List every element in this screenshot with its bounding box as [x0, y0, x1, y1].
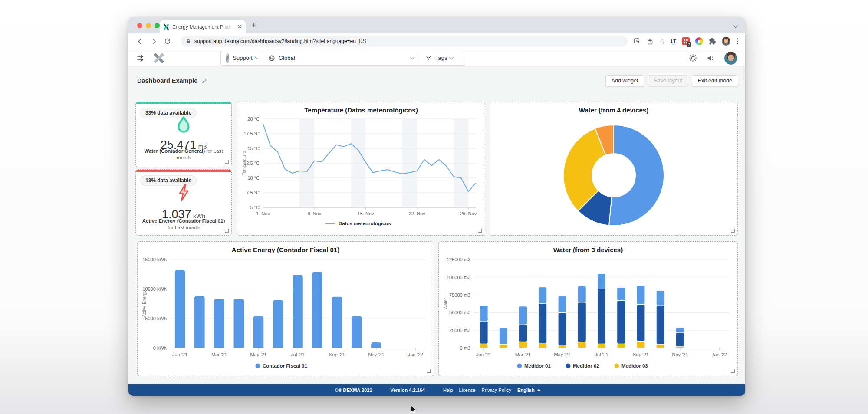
- active-energy-bar-chart[interactable]: 0 kWh5000 kWh10000 kWh15000 kWhJan '21Ma…: [140, 254, 431, 372]
- extensions-puzzle-icon[interactable]: [709, 38, 716, 45]
- funnel-icon: [425, 55, 432, 61]
- svg-text:25000 m3: 25000 m3: [449, 328, 470, 333]
- dexma-logo: [153, 53, 165, 63]
- svg-text:Jan '21: Jan '21: [476, 352, 491, 357]
- add-widget-button[interactable]: Add widget: [605, 75, 644, 87]
- url-text: support.app.dexma.com/dashboardsv2/landi…: [194, 38, 366, 44]
- chevron-down-icon: [450, 55, 454, 59]
- close-window-button[interactable]: [137, 23, 142, 28]
- svg-text:Mar '21: Mar '21: [515, 352, 531, 357]
- resize-handle[interactable]: [225, 229, 229, 233]
- footer-version: Version 4.2.164: [390, 388, 425, 393]
- new-tab-button[interactable]: +: [252, 21, 256, 30]
- svg-text:Water: Water: [443, 298, 448, 309]
- svg-text:15. Nov: 15. Nov: [358, 211, 374, 216]
- footer-link-privacy[interactable]: Privacy Policy: [481, 388, 511, 393]
- footer-copyright: ©® DEXMA 2021: [335, 388, 372, 393]
- temperature-line-chart[interactable]: 5 °C7.5 °C10 °C12.5 °C15 °C17.5 °C20 °C1…: [240, 115, 483, 230]
- save-layout-button[interactable]: Save layout: [648, 75, 688, 87]
- resize-handle[interactable]: [478, 229, 482, 233]
- browser-tab[interactable]: Energy Management Platform ✕: [160, 20, 246, 33]
- svg-text:0 kWh: 0 kWh: [153, 345, 167, 351]
- widget-active-energy-chart[interactable]: Active Energy (Contador Fiscal 01) 0 kWh…: [137, 241, 434, 376]
- context-selector: Support Global Tags: [220, 51, 465, 66]
- water-stacked-bar-chart[interactable]: 0 m325000 m350000 m375000 m3100000 m3125…: [441, 254, 735, 372]
- svg-text:5 °C: 5 °C: [250, 205, 260, 210]
- languagetool-extension-icon[interactable]: LT: [671, 39, 676, 44]
- resize-handle[interactable]: [225, 160, 229, 164]
- toolbar-icons: A ☆ LT 7: [634, 37, 739, 46]
- accent-bar: [136, 170, 231, 172]
- resize-handle[interactable]: [731, 369, 735, 373]
- svg-text:15 °C: 15 °C: [247, 146, 260, 151]
- site-selector[interactable]: Global: [263, 51, 420, 65]
- svg-text:22. Nov: 22. Nov: [409, 211, 425, 216]
- settings-gear-icon[interactable]: [688, 53, 697, 62]
- svg-text:Sep '21: Sep '21: [633, 352, 649, 357]
- water-donut-chart[interactable]: [492, 115, 735, 233]
- globe-icon: [268, 55, 275, 62]
- water-drop-icon: [136, 116, 231, 134]
- footer-link-help[interactable]: Help: [443, 388, 453, 393]
- svg-text:Nov '21: Nov '21: [368, 352, 384, 357]
- color-picker-extension-icon[interactable]: [695, 37, 703, 45]
- translate-icon[interactable]: A: [634, 38, 641, 45]
- browser-menu-icon[interactable]: [736, 37, 739, 45]
- org-selector[interactable]: Support: [221, 51, 263, 65]
- announcements-megaphone-icon[interactable]: [706, 54, 716, 62]
- address-bar[interactable]: support.app.dexma.com/dashboardsv2/landi…: [181, 36, 628, 47]
- exit-edit-mode-button[interactable]: Exit edit mode: [692, 75, 738, 87]
- tab-search-chevron-icon[interactable]: [733, 23, 738, 28]
- resize-handle[interactable]: [427, 369, 431, 373]
- svg-text:0 m3: 0 m3: [460, 345, 470, 351]
- red-grid-extension-icon[interactable]: 7: [682, 37, 690, 45]
- svg-text:1. Nov: 1. Nov: [256, 211, 270, 216]
- user-avatar[interactable]: [724, 52, 737, 65]
- svg-text:Mar '21: Mar '21: [211, 352, 227, 357]
- svg-text:8. Nov: 8. Nov: [307, 211, 321, 216]
- kpi-period: Last month: [175, 225, 200, 230]
- svg-text:50000 m3: 50000 m3: [449, 310, 470, 315]
- tab-title: Energy Management Platform: [172, 24, 232, 30]
- bookmark-star-icon[interactable]: ☆: [659, 38, 665, 45]
- reload-button[interactable]: [162, 36, 173, 46]
- kpi-label: Water (Contador General): [144, 148, 205, 154]
- chart-title: Active Energy (Contador Fiscal 01): [138, 246, 434, 253]
- language-selector[interactable]: English: [517, 388, 539, 393]
- widget-temperature-chart[interactable]: Temperature (Datos meteorológicos) 5 °C7…: [237, 102, 485, 236]
- language-label: English: [517, 388, 535, 393]
- footer-link-license[interactable]: License: [459, 388, 476, 393]
- edit-pencil-icon[interactable]: [201, 78, 208, 84]
- sidebar-expand-icon[interactable]: [136, 53, 146, 63]
- kpi-for: for: [206, 148, 212, 154]
- svg-text:17.5 °C: 17.5 °C: [243, 131, 260, 136]
- svg-text:125000 m3: 125000 m3: [447, 257, 470, 262]
- svg-text:Nov '21: Nov '21: [672, 352, 688, 357]
- svg-text:Datos meteorológicos: Datos meteorológicos: [339, 221, 391, 226]
- maximize-window-button[interactable]: [155, 23, 160, 28]
- share-icon[interactable]: [647, 38, 654, 45]
- svg-text:100000 m3: 100000 m3: [447, 275, 470, 280]
- window-controls[interactable]: [137, 23, 160, 28]
- page-title: Dashboard Example: [137, 77, 197, 84]
- back-button[interactable]: [135, 36, 145, 46]
- header-actions: [688, 52, 737, 65]
- browser-profile-avatar[interactable]: [722, 37, 730, 46]
- widget-water-stacked-chart[interactable]: Water (from 3 devices) 0 m325000 m350000…: [438, 241, 738, 376]
- minimize-window-button[interactable]: [146, 23, 151, 28]
- kpi-caption: Water (Contador General) for Last month: [139, 148, 228, 161]
- svg-text:A: A: [635, 39, 638, 43]
- org-label: Support: [233, 55, 253, 61]
- tab-close-icon[interactable]: ✕: [237, 24, 242, 30]
- svg-text:Jan '21: Jan '21: [172, 352, 187, 357]
- widget-water-donut-chart[interactable]: Water (from 4 devices): [490, 102, 738, 236]
- widget-kpi-water[interactable]: 33% data available 25.471 m3 Water (Cont…: [135, 102, 232, 167]
- svg-text:75000 m3: 75000 m3: [449, 292, 470, 298]
- resize-handle[interactable]: [731, 229, 735, 233]
- svg-text:Medidor 01: Medidor 01: [524, 363, 551, 368]
- tags-filter[interactable]: Tags: [420, 51, 465, 65]
- org-thumbnail: [226, 53, 229, 63]
- widget-kpi-active-energy[interactable]: 13% data available 1.037 kWh Active Ener…: [135, 169, 232, 236]
- lock-icon: [186, 39, 191, 44]
- forward-button[interactable]: [148, 36, 159, 46]
